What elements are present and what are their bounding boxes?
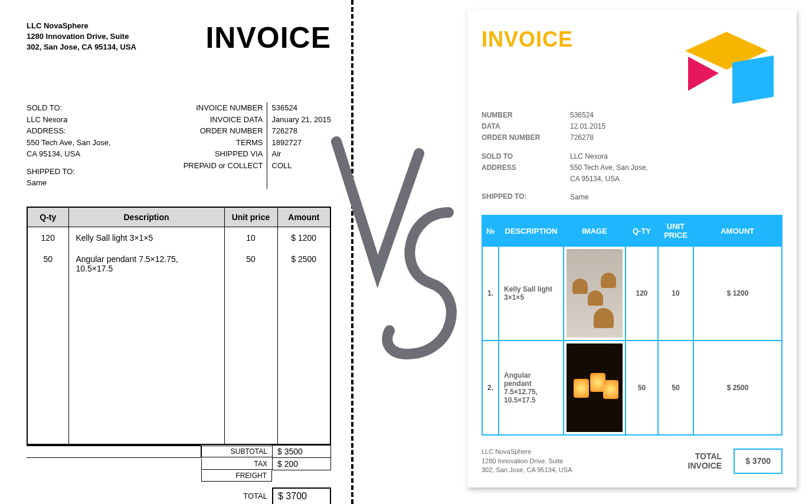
footer-company: LLC NovaSphere bbox=[482, 447, 572, 456]
shipped-to-value: Same bbox=[27, 177, 145, 189]
total-value: $ 3700 bbox=[734, 449, 782, 474]
meta-value: 1892727 bbox=[272, 137, 331, 149]
left-invoice-title: INVOICE bbox=[205, 21, 331, 55]
sold-to-block: SOLD TO: LLC Nexora ADDRESS: 550 Tech Av… bbox=[27, 102, 145, 189]
company-name: LLC NovaSphere bbox=[27, 21, 136, 31]
col-desc: DESCRIPTION bbox=[499, 215, 564, 246]
cell-qty: 120 bbox=[626, 246, 658, 341]
cell-num: 2. bbox=[482, 341, 499, 435]
meta-label: ADDRESS bbox=[482, 162, 541, 174]
sold-to-label: SOLD TO: bbox=[27, 102, 145, 114]
table-row: 50 Angular pendant 7.5×12.75, 10.5×17.5 … bbox=[27, 248, 330, 279]
address-label: ADDRESS: bbox=[27, 125, 145, 137]
cell-unit: 50 bbox=[658, 341, 693, 435]
left-items-table: Q-ty Description Unit price Amount 120 K… bbox=[27, 207, 331, 445]
table-row-empty bbox=[27, 279, 330, 444]
cell-num: 1. bbox=[482, 246, 499, 341]
col-amt: Amount bbox=[277, 207, 330, 227]
table-row: 1. Kelly Sall light 3×1×5 120 10 $ 1200 bbox=[482, 246, 782, 341]
cell-qty: 50 bbox=[27, 248, 68, 279]
cell-desc: Kelly Sall light 3×1×5 bbox=[499, 246, 564, 341]
table-row: 2. Angular pendant 7.5×12.75, 10.5×17.5 … bbox=[482, 341, 782, 435]
subtotal-value: $ 3500 bbox=[272, 445, 331, 458]
cell-desc: Kelly Sall light 3×1×5 bbox=[68, 227, 224, 248]
cell-amt: $ 1200 bbox=[693, 246, 782, 341]
meta-value: Air bbox=[272, 148, 331, 160]
product-image bbox=[564, 341, 626, 435]
col-amt: AMOUNT bbox=[693, 215, 782, 246]
meta-label: TERMS bbox=[184, 137, 263, 149]
meta-label: SHIPPED TO: bbox=[482, 191, 541, 202]
meta-value: 12.01.2015 bbox=[570, 121, 653, 132]
cell-unit: 10 bbox=[224, 227, 277, 248]
col-unit: Unit price bbox=[224, 207, 277, 227]
meta-value: January 21, 2015 bbox=[272, 114, 331, 126]
right-items-table: № DESCRIPTION IMAGE Q-TY UNIT PRICE AMOU… bbox=[482, 215, 782, 436]
total-label: TOTAL INVOICE bbox=[688, 451, 722, 472]
subtotal-label: SUBTOTAL bbox=[201, 446, 272, 457]
left-meta-block: INVOICE NUMBER INVOICE DATA ORDER NUMBER… bbox=[184, 102, 331, 189]
company-addr2: 302, San Jose, CA 95134, USA bbox=[27, 42, 136, 53]
cell-amt: $ 2500 bbox=[277, 248, 330, 279]
sold-to-name: LLC Nexora bbox=[27, 114, 145, 126]
meta-label: PREPAID or COLLECT bbox=[184, 160, 263, 172]
col-desc: Description bbox=[68, 207, 224, 227]
tax-label: TAX bbox=[201, 459, 272, 470]
meta-value: 536524 bbox=[570, 110, 653, 121]
meta-label: SHIPPED VIA bbox=[184, 148, 263, 160]
col-qty: Q-TY bbox=[626, 215, 658, 246]
right-invoice-doc: INVOICE NUMBER DATA ORDER NUMBER SOLD TO… bbox=[467, 9, 797, 487]
meta-label: SOLD TO bbox=[482, 151, 541, 162]
totals-block: SUBTOTAL $ 3500 TAX $ 200 FREIGHT TOTAL … bbox=[27, 445, 331, 505]
product-image bbox=[564, 246, 626, 341]
sold-addr2: CA 95134, USA bbox=[27, 148, 145, 160]
logo-icon bbox=[670, 27, 782, 104]
right-footer: LLC NovaSphere 1280 Innovation Drive, Su… bbox=[482, 447, 782, 474]
meta-value: Same bbox=[570, 192, 653, 203]
cell-unit: 50 bbox=[224, 248, 277, 279]
meta-value: LLC Nexora bbox=[570, 151, 653, 162]
meta-label: ORDER NUMBER bbox=[184, 125, 263, 137]
meta-value: 726278 bbox=[570, 132, 653, 143]
cell-desc: Angular pendant 7.5×12.75, 10.5×17.5 bbox=[68, 248, 224, 279]
divider-line bbox=[351, 0, 353, 504]
cell-amt: $ 1200 bbox=[277, 227, 330, 248]
total-label: TOTAL bbox=[201, 489, 272, 503]
cell-desc: Angular pendant 7.5×12.75, 10.5×17.5 bbox=[499, 341, 564, 435]
cell-amt: $ 2500 bbox=[693, 341, 782, 435]
cell-qty: 50 bbox=[626, 341, 658, 435]
cell-qty: 120 bbox=[27, 227, 68, 248]
footer-addr1: 1280 Innovation Drive, Suite bbox=[482, 457, 572, 466]
meta-value: 726278 bbox=[272, 125, 331, 137]
meta-label: DATA bbox=[482, 121, 541, 132]
col-unit: UNIT PRICE bbox=[658, 215, 693, 246]
meta-label: ORDER NUMBER bbox=[482, 132, 541, 143]
sold-addr1: 550 Tech Ave, San Jose, bbox=[27, 137, 145, 149]
meta-value: 536524 bbox=[272, 102, 331, 114]
right-meta-block: NUMBER DATA ORDER NUMBER SOLD TO ADDRESS… bbox=[482, 110, 782, 203]
right-invoice-title: INVOICE bbox=[482, 27, 573, 52]
freight-label: FREIGHT bbox=[201, 470, 272, 482]
meta-value: 550 Tech Ave, San Jose, CA 95134, USA bbox=[570, 162, 653, 185]
meta-value: COLL bbox=[272, 160, 331, 172]
col-img: IMAGE bbox=[564, 215, 626, 246]
shipped-to-label: SHIPPED TO: bbox=[27, 166, 145, 178]
col-num: № bbox=[482, 215, 499, 246]
company-addr1: 1280 Innovation Drive, Suite bbox=[27, 31, 136, 42]
left-company: LLC NovaSphere 1280 Innovation Drive, Su… bbox=[27, 21, 136, 53]
col-qty: Q-ty bbox=[27, 207, 68, 227]
meta-label: NUMBER bbox=[482, 110, 541, 121]
left-invoice-doc: LLC NovaSphere 1280 Innovation Drive, Su… bbox=[12, 6, 346, 487]
footer-addr2: 302, San Jose, CA 95134, USA bbox=[482, 466, 572, 474]
svg-marker-2 bbox=[732, 55, 774, 104]
table-row: 120 Kelly Sall light 3×1×5 10 $ 1200 bbox=[27, 227, 330, 248]
meta-label: INVOICE NUMBER bbox=[184, 102, 263, 114]
meta-label: INVOICE DATA bbox=[184, 114, 263, 126]
total-value: $ 3700 bbox=[272, 487, 331, 505]
cell-unit: 10 bbox=[658, 246, 693, 341]
tax-value: $ 200 bbox=[272, 458, 331, 470]
